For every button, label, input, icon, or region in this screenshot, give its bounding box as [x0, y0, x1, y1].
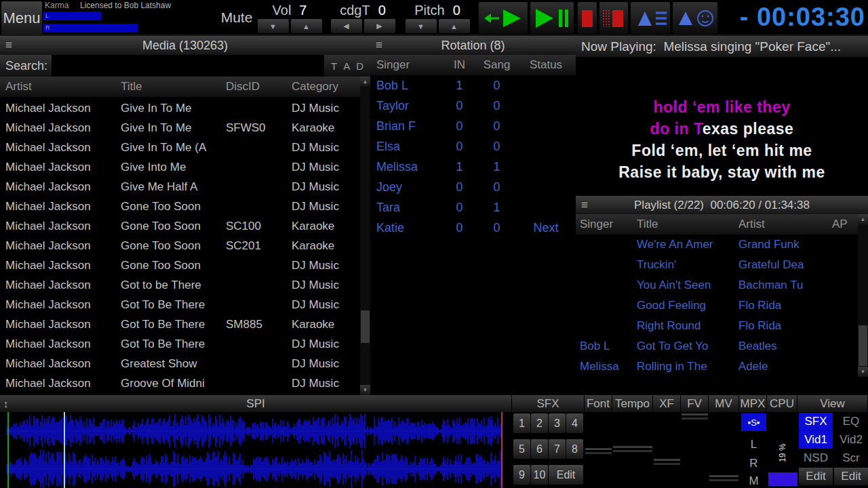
- sfx-pad-button[interactable]: 10: [531, 465, 548, 485]
- sfx-pad-button[interactable]: 7: [549, 439, 566, 459]
- media-table-row[interactable]: Michael Jackson Give Into Me DJ Music: [0, 157, 360, 177]
- playlist-row[interactable]: Melissa Rolling in The Adele: [576, 357, 858, 377]
- mpx-stereo-button[interactable]: ▪S▪: [741, 413, 766, 431]
- media-menu-icon[interactable]: ≡: [5, 39, 12, 52]
- view-toggle-button[interactable]: Edit: [799, 468, 833, 485]
- media-table-row[interactable]: Michael Jackson Got To Be There DJ Music: [0, 295, 360, 314]
- fv-header-button[interactable]: FV: [681, 395, 709, 412]
- mpx-mono-button[interactable]: M: [741, 474, 766, 488]
- media-table-row[interactable]: Michael Jackson Greatest Show DJ Music: [0, 354, 360, 373]
- view-toggle-button[interactable]: SFX: [799, 413, 833, 430]
- play-pause-button[interactable]: [530, 2, 574, 34]
- rotation-row[interactable]: Katie 0 0 Next: [370, 218, 576, 238]
- view-toggle-button[interactable]: Vid1: [799, 431, 833, 449]
- sfx-pad-button[interactable]: 4: [566, 413, 583, 433]
- playlist-row[interactable]: You Ain't Seen Bachman Tu: [576, 275, 858, 296]
- media-table-row[interactable]: Michael Jackson Got To Be There DJ Music: [0, 334, 360, 354]
- rotation-row[interactable]: Brian F 0 0: [370, 116, 576, 136]
- media-table-row[interactable]: Michael Jackson Groove Of Midni DJ Music: [0, 373, 360, 393]
- waveform-display[interactable]: [0, 412, 511, 488]
- stop-button[interactable]: [578, 2, 597, 34]
- view-toggle-button[interactable]: EQ: [834, 413, 868, 430]
- menu-button[interactable]: Menu: [1, 1, 42, 35]
- sfx-pad-button[interactable]: 3: [549, 413, 566, 433]
- mv-header-button[interactable]: MV: [709, 395, 739, 412]
- sfx-pad-button[interactable]: 1: [513, 413, 530, 433]
- column-header-title[interactable]: Title: [637, 218, 738, 231]
- cdgt-left-button[interactable]: ◀: [331, 19, 362, 33]
- font-header-button[interactable]: Font: [585, 395, 612, 412]
- sfx-pad-button[interactable]: 8: [566, 439, 583, 459]
- rotation-row[interactable]: Melissa 1 1: [370, 157, 576, 177]
- filter-artist-button[interactable]: A: [343, 60, 350, 72]
- pitch-down-button[interactable]: ▼: [406, 19, 437, 33]
- mpx-header-button[interactable]: MPX: [739, 395, 767, 412]
- column-header-in[interactable]: IN: [444, 58, 475, 72]
- media-table-row[interactable]: Michael Jackson Gone Too Soon SC201 Kara…: [0, 236, 360, 256]
- column-header-singer[interactable]: Singer: [580, 218, 637, 231]
- fv-fader-handle[interactable]: [682, 413, 708, 420]
- mv-fader-handle[interactable]: [709, 475, 738, 481]
- mute-button[interactable]: Mute: [217, 7, 256, 28]
- font-fader-handle[interactable]: [585, 448, 612, 454]
- rotation-row[interactable]: Bob L 1 0: [370, 75, 576, 96]
- search-input[interactable]: [52, 55, 324, 77]
- column-header-sang[interactable]: Sang: [475, 58, 519, 72]
- scroll-down-button[interactable]: ▼: [858, 367, 868, 377]
- view-toggle-button[interactable]: Scr: [834, 449, 868, 467]
- view-toggle-button[interactable]: Vid2: [834, 431, 868, 449]
- scroll-up-button[interactable]: ▲: [858, 214, 868, 224]
- rotation-row[interactable]: Joey 0 0: [370, 177, 576, 197]
- crossfade-fader-handle[interactable]: [654, 459, 680, 465]
- column-header-artist[interactable]: Artist: [738, 218, 832, 231]
- mv-fader[interactable]: [709, 412, 739, 488]
- media-table-row[interactable]: Michael Jackson Give In To Me (A DJ Musi…: [0, 138, 360, 157]
- restart-play-button[interactable]: [479, 2, 528, 34]
- playlist-row[interactable]: Good Feeling Flo Rida: [576, 296, 858, 316]
- column-header-singer[interactable]: Singer: [376, 58, 444, 72]
- volume-up-button[interactable]: ▲: [291, 19, 322, 33]
- playlist-row[interactable]: Truckin' Grateful Dea: [576, 255, 858, 275]
- filter-title-button[interactable]: T: [331, 60, 337, 72]
- scrollbar-thumb[interactable]: [859, 325, 867, 366]
- rotation-menu-icon[interactable]: ≡: [376, 39, 382, 52]
- playlist-row[interactable]: Bob L Got To Get Yo Beatles: [576, 336, 858, 357]
- rotation-row[interactable]: Taylor 0 0: [370, 96, 576, 116]
- media-table-row[interactable]: Michael Jackson Give In To Me DJ Music: [0, 98, 360, 118]
- sfx-pad-button[interactable]: 2: [531, 413, 548, 433]
- playlist-row[interactable]: Right Round Flo Rida: [576, 316, 858, 336]
- view-toggle-button[interactable]: NSD: [799, 449, 833, 467]
- column-header-artist[interactable]: Artist: [5, 80, 121, 94]
- column-header-title[interactable]: Title: [121, 80, 226, 94]
- playlist-menu-icon[interactable]: ≡: [581, 199, 588, 212]
- media-table-row[interactable]: Michael Jackson Give In To Me SFWS0 Kara…: [0, 118, 360, 138]
- pitch-up-button[interactable]: ▲: [439, 19, 470, 33]
- playlist-row[interactable]: We're An Amer Grand Funk: [576, 235, 858, 255]
- media-table-row[interactable]: Michael Jackson Got To Be There SM885 Ka…: [0, 314, 360, 334]
- xf-header-button[interactable]: XF: [653, 395, 681, 412]
- column-header-status[interactable]: Status: [519, 58, 573, 72]
- tempo-header-button[interactable]: Tempo: [612, 395, 653, 412]
- media-scrollbar[interactable]: ▲ ▼: [360, 77, 370, 395]
- font-fader[interactable]: [585, 412, 612, 488]
- media-table-row[interactable]: Michael Jackson Got to be There DJ Music: [0, 275, 360, 295]
- column-header-discid[interactable]: DiscID: [226, 80, 292, 94]
- tempo-fader-handle[interactable]: [613, 446, 652, 452]
- next-singer-button[interactable]: [673, 2, 717, 34]
- sfx-pad-button[interactable]: 9: [513, 465, 530, 485]
- media-table-row[interactable]: Michael Jackson Gone Too Soon DJ Music: [0, 256, 360, 275]
- crossfade-fader[interactable]: [653, 412, 681, 488]
- scroll-down-button[interactable]: ▼: [360, 385, 370, 395]
- column-header-ap[interactable]: AP: [832, 218, 857, 231]
- filter-discid-button[interactable]: D: [356, 60, 363, 72]
- media-table-row[interactable]: Michael Jackson Gone Too Soon DJ Music: [0, 197, 360, 216]
- column-header-category[interactable]: Category: [292, 80, 360, 94]
- media-table-row[interactable]: Michael Jackson Give Me Half A DJ Music: [0, 177, 360, 197]
- cdgt-right-button[interactable]: ▶: [364, 19, 395, 33]
- volume-down-button[interactable]: ▼: [258, 19, 289, 33]
- fv-fader[interactable]: [681, 412, 709, 488]
- scrollbar-thumb[interactable]: [361, 310, 370, 343]
- sfx-pad-button[interactable]: Edit: [549, 465, 583, 485]
- sfx-pad-button[interactable]: 5: [513, 439, 530, 459]
- scroll-up-button[interactable]: ▲: [360, 77, 370, 87]
